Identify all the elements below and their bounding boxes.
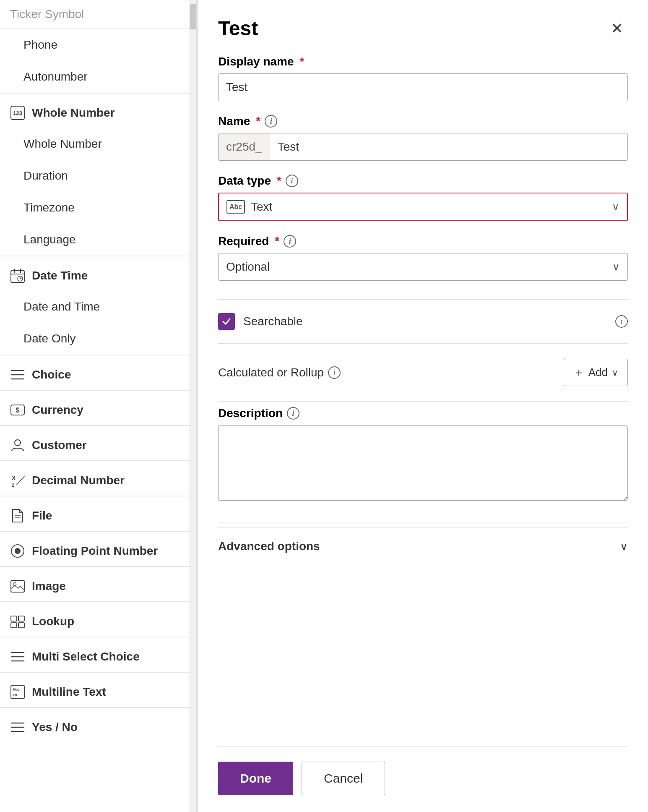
category-decimal-label: Decimal Number (32, 474, 125, 487)
data-type-info-icon[interactable]: i (286, 175, 298, 187)
category-customer: Customer (0, 425, 196, 460)
calc-rollup-row: Calculated or Rollup i ＋ Add ∨ (218, 349, 628, 396)
required-dropdown[interactable]: Optional ∨ (218, 253, 628, 281)
category-date-time: Date Time (0, 256, 196, 291)
category-lookup-label: Lookup (32, 615, 74, 628)
category-file-label: File (32, 509, 52, 522)
category-multiline-label: Multiline Text (32, 685, 106, 699)
required-chevron-icon: ∨ (612, 261, 620, 273)
right-panel: Test ✕ Display name* Name* i cr25d_ Data… (197, 0, 648, 812)
choice-icon (10, 367, 25, 382)
required-info-icon[interactable]: i (284, 235, 296, 248)
required-label: Required* i (218, 235, 628, 248)
category-currency-label: Currency (32, 403, 83, 417)
svg-text:X: X (12, 475, 16, 481)
svg-rect-2 (11, 271, 24, 282)
name-input-group: cr25d_ (218, 133, 628, 161)
description-textarea[interactable] (218, 425, 628, 501)
yesno-icon (10, 720, 25, 735)
panel-header: Test ✕ (218, 17, 628, 40)
category-date-time-label: Date Time (32, 269, 88, 282)
scroll-thumb (190, 4, 197, 29)
list-item-timezone[interactable]: Timezone (0, 192, 196, 224)
svg-point-14 (15, 440, 21, 446)
data-type-dropdown[interactable]: Abc Text ∨ (218, 193, 628, 221)
multiline-icon: Abc def (10, 684, 25, 700)
list-item-duration[interactable]: Duration (0, 160, 196, 192)
category-multi-choice-label: Multi Select Choice (32, 650, 140, 663)
svg-text:$: $ (16, 407, 20, 414)
list-item-autonumber[interactable]: Autonumber (0, 61, 196, 93)
calc-rollup-info-icon[interactable]: i (328, 366, 341, 379)
svg-rect-22 (11, 580, 24, 592)
cancel-button[interactable]: Cancel (302, 762, 385, 795)
add-button[interactable]: ＋ Add ∨ (564, 359, 628, 386)
scrollbar[interactable] (190, 0, 196, 812)
name-label: Name* i (218, 115, 628, 128)
svg-text:def: def (13, 693, 17, 696)
svg-line-17 (16, 476, 25, 485)
list-item-date-and-time[interactable]: Date and Time (0, 291, 196, 323)
display-name-section: Display name* (218, 55, 628, 101)
image-icon (10, 579, 25, 594)
close-button[interactable]: ✕ (606, 18, 628, 39)
category-customer-label: Customer (32, 439, 87, 452)
left-panel: Ticker Symbol Phone Autonumber 123 Whole… (0, 0, 197, 812)
searchable-checkbox[interactable] (218, 313, 235, 330)
searchable-label: Searchable (243, 315, 607, 328)
category-floating-label: Floating Point Number (32, 544, 158, 558)
category-whole-number-label: Whole Number (32, 106, 115, 120)
add-label: Add (588, 366, 608, 379)
name-section: Name* i cr25d_ (218, 115, 628, 161)
required-star-data-type: * (277, 174, 281, 188)
required-star-name: * (256, 115, 260, 128)
date-time-icon (10, 268, 25, 283)
name-prefix: cr25d_ (219, 133, 270, 160)
name-info-icon[interactable]: i (265, 115, 277, 128)
category-multiline: Abc def Multiline Text (0, 672, 196, 707)
category-floating: Floating Point Number (0, 531, 196, 566)
divider-3 (218, 401, 628, 402)
searchable-info-icon[interactable]: i (615, 315, 628, 328)
svg-rect-26 (11, 623, 17, 628)
category-image-label: Image (32, 580, 66, 593)
required-star-display-name: * (300, 55, 304, 68)
decimal-icon: X 2 (10, 473, 25, 488)
svg-text:Abc: Abc (13, 687, 20, 692)
display-name-input[interactable] (218, 73, 628, 101)
list-item-date-only[interactable]: Date Only (0, 323, 196, 355)
multi-choice-icon (10, 649, 25, 664)
category-file: File (0, 496, 196, 531)
done-button[interactable]: Done (218, 762, 293, 795)
plus-icon: ＋ (573, 365, 584, 380)
category-yesno: Yes / No (0, 707, 196, 742)
svg-text:2: 2 (12, 483, 14, 488)
required-star-required: * (275, 235, 279, 248)
divider-1 (218, 299, 628, 300)
list-item-whole-number[interactable]: Whole Number (0, 128, 196, 160)
category-decimal: X 2 Decimal Number (0, 460, 196, 496)
svg-rect-27 (18, 623, 24, 628)
list-item-phone[interactable]: Phone (0, 29, 196, 61)
customer-icon (10, 438, 25, 453)
list-item-language[interactable]: Language (0, 224, 196, 256)
required-value: Optional (226, 260, 270, 274)
file-icon (10, 508, 25, 523)
description-info-icon[interactable]: i (287, 407, 299, 420)
category-currency: $ Currency (0, 390, 196, 425)
data-type-section: Data type* i Abc Text ∨ (218, 174, 628, 221)
faded-item-ticker: Ticker Symbol (0, 0, 196, 29)
advanced-options-row[interactable]: Advanced options ∨ (218, 527, 628, 565)
description-label: Description i (218, 407, 628, 420)
svg-text:123: 123 (13, 110, 22, 116)
data-type-chevron-icon: ∨ (612, 201, 619, 213)
searchable-row: Searchable i (218, 305, 628, 338)
required-section: Required* i Optional ∨ (218, 235, 628, 281)
svg-point-21 (15, 548, 21, 554)
currency-icon: $ (10, 402, 25, 418)
category-choice: Choice (0, 355, 196, 390)
svg-rect-25 (18, 616, 24, 621)
name-input[interactable] (270, 133, 627, 160)
floating-icon (10, 543, 25, 559)
description-section: Description i (218, 407, 628, 504)
